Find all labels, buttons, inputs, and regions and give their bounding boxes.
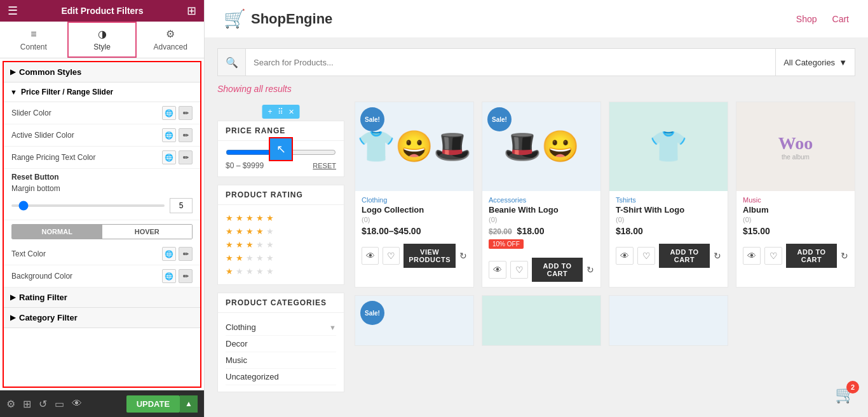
view-products-btn-1[interactable]: VIEW PRODUCTS	[403, 244, 456, 268]
product-actions-2: 👁 ♡ ADD TO CART ↻	[482, 258, 600, 287]
tab-style[interactable]: ◑ Style	[67, 22, 137, 58]
eye-btn-2[interactable]: 👁	[489, 261, 506, 279]
price-reset-btn[interactable]: RESET	[313, 161, 336, 170]
undo-bottom-icon[interactable]: ↺	[39, 398, 47, 410]
category-uncategorized[interactable]: Uncategorized	[226, 369, 336, 385]
refresh-icon-2[interactable]: ↻	[587, 265, 594, 275]
shop-link[interactable]: Shop	[796, 14, 817, 24]
add-to-cart-btn-3[interactable]: ADD TO CART	[659, 244, 710, 268]
text-color-globe-btn[interactable]: 🌐	[162, 247, 176, 261]
nav-links: Shop Cart	[796, 14, 849, 24]
rating-filter-section[interactable]: ▶ Rating Filter	[4, 288, 200, 308]
wishlist-btn-2[interactable]: ♡	[510, 261, 528, 279]
close-toolbar-btn[interactable]: ✕	[287, 107, 296, 117]
update-button[interactable]: UPDATE	[126, 395, 180, 413]
eye-bottom-icon[interactable]: 👁	[72, 398, 82, 410]
rating-2-item[interactable]: ★ ★ ★ ★ ★	[226, 251, 336, 265]
categories-label: All Categories	[783, 58, 835, 67]
woo-product-visual: Woo the album	[778, 133, 813, 161]
product-card-row2-3	[609, 295, 728, 346]
star1: ★	[226, 240, 233, 249]
product-image-3: 👕	[649, 129, 688, 164]
category-clothing[interactable]: Clothing ▼	[226, 319, 336, 336]
product-category-3: Tshirts	[616, 196, 721, 204]
hover-tab[interactable]: HOVER	[102, 225, 193, 239]
tab-content[interactable]: ≡ Content	[0, 22, 67, 58]
normal-tab[interactable]: NORMAL	[12, 225, 102, 239]
product-category-2: Accessories	[489, 196, 594, 204]
star2: ★	[236, 240, 243, 249]
active-slider-pencil-btn[interactable]: ✏	[179, 128, 193, 142]
update-arrow-button[interactable]: ▲	[180, 395, 198, 413]
eye-btn-1[interactable]: 👁	[362, 247, 379, 265]
wishlist-btn-4[interactable]: ♡	[764, 247, 782, 265]
slider-color-globe-btn[interactable]: 🌐	[162, 106, 176, 120]
sale-badge-2: Sale!	[487, 107, 512, 131]
rating-filter-arrow: ▶	[10, 293, 15, 301]
panel-title: Edit Product Filters	[61, 6, 143, 16]
category-filter-section[interactable]: ▶ Category Filter	[4, 308, 200, 328]
slider-color-label: Slider Color	[11, 109, 51, 117]
star2: ★	[236, 213, 243, 223]
refresh-icon-3[interactable]: ↻	[714, 251, 721, 261]
product-info-2: Accessories Beanie With Logo (0) $20.00 …	[482, 191, 600, 258]
rating-5-item[interactable]: ★ ★ ★ ★ ★	[226, 211, 336, 225]
add-to-cart-btn-4[interactable]: ADD TO CART	[786, 244, 837, 268]
add-toolbar-btn[interactable]: +	[266, 107, 274, 117]
star1: ★	[226, 213, 233, 223]
style-tab-icon: ◑	[98, 28, 107, 40]
text-color-pencil-btn[interactable]: ✏	[179, 247, 193, 261]
category-decor[interactable]: Decor	[226, 336, 336, 352]
margin-bottom-value[interactable]: 5	[170, 198, 193, 213]
settings-bottom-icon[interactable]: ⚙	[6, 398, 15, 410]
add-to-cart-btn-2[interactable]: ADD TO CART	[532, 258, 583, 282]
product-name-2: Beanie With Logo	[489, 205, 594, 215]
cart-link[interactable]: Cart	[832, 14, 849, 24]
old-price-2: $20.00	[489, 227, 512, 236]
bg-color-globe-btn[interactable]: 🌐	[162, 269, 176, 283]
wishlist-btn-3[interactable]: ♡	[637, 247, 655, 265]
active-slider-color-label: Active Slider Color	[11, 131, 74, 140]
grid-icon[interactable]: ⊞	[187, 4, 196, 18]
price-range-block: + ⠿ ✕ ↖ PRICE RANGE $0 – $9999 RESET	[217, 121, 344, 177]
category-music[interactable]: Music	[226, 352, 336, 369]
refresh-icon-4[interactable]: ↻	[841, 251, 848, 261]
rating-filter-label: Rating Filter	[19, 293, 67, 302]
range-pricing-pencil-btn[interactable]: ✏	[179, 150, 193, 164]
search-icon-btn[interactable]: 🔍	[218, 49, 246, 76]
categories-dropdown[interactable]: All Categories ▼	[775, 49, 855, 76]
slider-color-pencil-btn[interactable]: ✏	[179, 106, 193, 120]
range-pricing-globe-btn[interactable]: 🌐	[162, 150, 176, 164]
active-slider-globe-btn[interactable]: 🌐	[162, 128, 176, 142]
refresh-icon-1[interactable]: ↻	[459, 251, 467, 261]
product-actions-3: 👁 ♡ ADD TO CART ↻	[609, 244, 728, 273]
range-pricing-controls: 🌐 ✏	[162, 150, 193, 164]
rating-4-item[interactable]: ★ ★ ★ ★ ★	[226, 225, 336, 238]
tab-advanced[interactable]: ⚙ Advanced	[137, 22, 204, 58]
panel-content: ▶ Common Styles ▼ Price Filter / Range S…	[3, 61, 201, 388]
eye-btn-3[interactable]: 👁	[616, 247, 634, 265]
star1: ★	[226, 253, 233, 263]
star4: ★	[256, 267, 264, 276]
category-filter-arrow: ▶	[10, 314, 15, 322]
common-styles-section[interactable]: ▶ Common Styles	[4, 62, 200, 83]
drag-toolbar-btn[interactable]: ⠿	[276, 107, 285, 117]
layers-bottom-icon[interactable]: ⊞	[23, 398, 31, 410]
sale-badge-row2: Sale!	[360, 301, 384, 325]
clothing-label: Clothing	[226, 322, 256, 332]
product-categories-body: Clothing ▼ Decor Music Uncategorized	[218, 313, 344, 392]
rating-1-item[interactable]: ★ ★ ★ ★ ★	[226, 265, 336, 278]
star5: ★	[266, 227, 274, 236]
cart-count: 2	[846, 381, 859, 394]
hamburger-icon[interactable]: ☰	[8, 4, 18, 18]
responsive-bottom-icon[interactable]: ▭	[55, 398, 64, 410]
margin-bottom-slider[interactable]	[11, 204, 165, 207]
product-info-1: Clothing Logo Collection (0) $18.00–$45.…	[355, 191, 473, 244]
rating-3-item[interactable]: ★ ★ ★ ★ ★	[226, 238, 336, 251]
wishlist-btn-1[interactable]: ♡	[383, 247, 400, 265]
search-input[interactable]	[246, 49, 775, 76]
edit-icon-overlay[interactable]: ↖	[269, 137, 293, 161]
price-filter-section[interactable]: ▼ Price Filter / Range Slider	[4, 83, 200, 102]
eye-btn-4[interactable]: 👁	[743, 247, 761, 265]
bg-color-pencil-btn[interactable]: ✏	[179, 269, 193, 283]
